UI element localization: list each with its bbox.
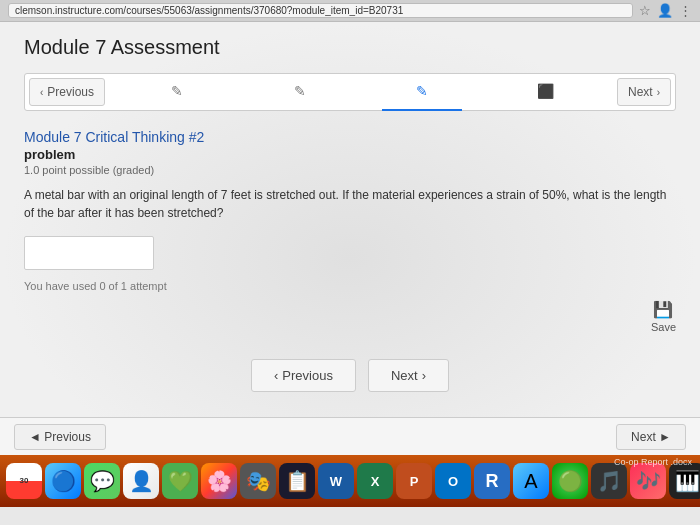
taskbar-wechat-icon[interactable]: 💚 (162, 463, 198, 499)
chevron-left-icon-bottom: ‹ (274, 368, 278, 383)
nav-next-button[interactable]: Next › (617, 78, 671, 106)
taskbar-word-icon[interactable]: W (318, 463, 354, 499)
question-title: Module 7 Critical Thinking #2 (24, 129, 676, 145)
nav-previous-label: Previous (47, 85, 94, 99)
footer-next-button[interactable]: Next ► (616, 424, 686, 450)
taskbar-piano-icon[interactable]: 🎹 (669, 463, 700, 499)
tab-icon-2[interactable]: ✎ (260, 73, 340, 111)
browser-icons: ☆ 👤 ⋮ (639, 3, 692, 18)
taskbar-app3-icon[interactable]: 🎵 (591, 463, 627, 499)
nav-previous-button[interactable]: ‹ Previous (29, 78, 105, 106)
taskbar-photos-icon[interactable]: 🌸 (201, 463, 237, 499)
edit-icon-2: ✎ (294, 83, 306, 99)
question-points: 1.0 point possible (graded) (24, 164, 676, 176)
page-wrapper: Module 7 Assessment ‹ Previous ✎ ✎ ✎ ⬛ (0, 22, 700, 417)
save-button[interactable]: 💾 Save (651, 300, 676, 333)
star-icon[interactable]: ☆ (639, 3, 651, 18)
nav-next-label: Next (628, 85, 653, 99)
browser-bar: clemson.instructure.com/courses/55063/as… (0, 0, 700, 22)
attempt-info: You have used 0 of 1 attempt (24, 280, 676, 292)
save-label: Save (651, 321, 676, 333)
taskbar-calendar-icon[interactable]: 30 (6, 463, 42, 499)
block-icon-4: ⬛ (537, 83, 554, 99)
taskbar-green-icon[interactable]: 🟢 (552, 463, 588, 499)
answer-input-wrapper (24, 236, 154, 270)
tab-icon-1[interactable]: ✎ (137, 73, 217, 111)
taskbar-messages-icon[interactable]: 💬 (84, 463, 120, 499)
url-bar[interactable]: clemson.instructure.com/courses/55063/as… (8, 3, 633, 18)
question-type: problem (24, 147, 676, 162)
bottom-previous-label: Previous (282, 368, 333, 383)
taskbar-r-icon[interactable]: R (474, 463, 510, 499)
tab-icon-3[interactable]: ✎ (382, 73, 462, 111)
nav-tabs-bar: ‹ Previous ✎ ✎ ✎ ⬛ Next › (24, 73, 676, 111)
save-btn-area: 💾 Save (24, 300, 676, 333)
bottom-next-label: Next (391, 368, 418, 383)
taskbar-excel-icon[interactable]: X (357, 463, 393, 499)
co-op-label: Co-op Report .docx (614, 457, 692, 467)
question-section: Module 7 Critical Thinking #2 problem 1.… (24, 129, 676, 222)
tab-icon-4[interactable]: ⬛ (505, 73, 585, 111)
chevron-right-icon: › (657, 87, 660, 98)
chevron-right-icon-bottom: › (422, 368, 426, 383)
question-text: A metal bar with an original length of 7… (24, 186, 676, 222)
edit-icon-1: ✎ (171, 83, 183, 99)
footer-previous-button[interactable]: ◄ Previous (14, 424, 106, 450)
edit-icon-3: ✎ (416, 83, 428, 99)
footer-next-label: Next ► (631, 430, 671, 444)
taskbar-finder-icon[interactable]: 🔵 (45, 463, 81, 499)
taskbar-contacts-icon[interactable]: 👤 (123, 463, 159, 499)
profile-icon[interactable]: 👤 (657, 3, 673, 18)
bottom-nav: ‹ Previous Next › (24, 349, 676, 402)
taskbar: 30 🔵 💬 👤 💚 🌸 🎭 📋 W X P O R A 🟢 🎵 🎶 🎹 🎧 🎵… (0, 455, 700, 507)
answer-input[interactable] (25, 237, 153, 269)
save-icon: 💾 (653, 300, 673, 319)
footer-nav: ◄ Previous Next ► (0, 417, 700, 455)
page-title: Module 7 Assessment (24, 36, 676, 59)
chevron-left-icon: ‹ (40, 87, 43, 98)
taskbar-appstore-icon[interactable]: A (513, 463, 549, 499)
bottom-previous-button[interactable]: ‹ Previous (251, 359, 356, 392)
taskbar-music-icon[interactable]: 🎶 (630, 463, 666, 499)
taskbar-outlook-icon[interactable]: O (435, 463, 471, 499)
taskbar-app1-icon[interactable]: 🎭 (240, 463, 276, 499)
menu-icon[interactable]: ⋮ (679, 3, 692, 18)
taskbar-ppt-icon[interactable]: P (396, 463, 432, 499)
taskbar-app2-icon[interactable]: 📋 (279, 463, 315, 499)
footer-previous-label: ◄ Previous (29, 430, 91, 444)
nav-tabs-icons: ✎ ✎ ✎ ⬛ (105, 73, 617, 111)
bottom-next-button[interactable]: Next › (368, 359, 449, 392)
